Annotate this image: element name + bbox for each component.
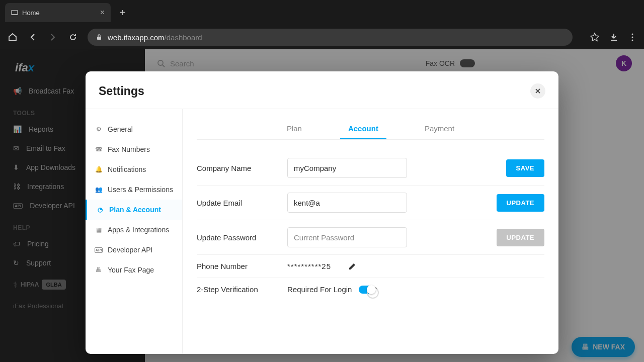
close-icon <box>534 87 541 95</box>
nav-bar: web.ifaxapp.com/dashboard <box>0 25 644 49</box>
printer-icon: 🖶 <box>95 266 103 274</box>
settings-nav-fax-numbers[interactable]: ☎Fax Numbers <box>86 139 182 159</box>
tab-bar: Home × + <box>0 0 644 25</box>
settings-nav-notifications[interactable]: 🔔Notifications <box>86 159 182 179</box>
svg-point-4 <box>632 37 633 38</box>
tab-payment[interactable]: Payment <box>417 119 462 139</box>
row-update-email: Update Email UPDATE <box>197 186 544 220</box>
back-icon[interactable] <box>27 32 38 43</box>
url-text: web.ifaxapp.com/dashboard <box>108 33 202 42</box>
home-icon[interactable] <box>7 32 18 43</box>
two-step-toggle[interactable] <box>359 286 375 294</box>
star-icon[interactable] <box>590 32 600 42</box>
settings-tabs: Plan Account Payment <box>197 119 544 140</box>
settings-modal: Settings ⚙General ☎Fax Numbers 🔔Notifica… <box>86 71 558 354</box>
nav-right <box>590 32 637 42</box>
lock-icon <box>96 34 103 41</box>
svg-point-3 <box>632 34 633 35</box>
clock-icon: ◔ <box>96 206 104 213</box>
settings-nav-fax-page[interactable]: 🖶Your Fax Page <box>86 260 182 280</box>
modal-overlay: Settings ⚙General ☎Fax Numbers 🔔Notifica… <box>0 49 644 362</box>
svg-rect-2 <box>97 37 101 40</box>
email-input[interactable] <box>287 193 407 213</box>
update-email-button[interactable]: UPDATE <box>497 194 544 212</box>
save-button[interactable]: SAVE <box>506 159 544 177</box>
forward-icon[interactable] <box>47 32 58 43</box>
phone-label: Phone Number <box>197 262 277 270</box>
reload-icon[interactable] <box>67 32 78 43</box>
tab-account[interactable]: Account <box>340 119 386 139</box>
gear-icon: ⚙ <box>95 126 103 133</box>
modal-header: Settings <box>86 71 558 109</box>
settings-sidebar: ⚙General ☎Fax Numbers 🔔Notifications 👥Us… <box>86 109 183 354</box>
modal-title: Settings <box>99 84 144 98</box>
browser-tab[interactable]: Home × <box>5 3 111 22</box>
download-icon[interactable] <box>609 32 619 42</box>
password-label: Update Password <box>197 233 277 242</box>
svg-rect-0 <box>12 11 18 15</box>
row-update-password: Update Password UPDATE <box>197 220 544 255</box>
svg-point-5 <box>632 40 633 41</box>
two-step-text: Required For Login <box>287 285 352 294</box>
phone-icon: ☎ <box>95 146 103 153</box>
browser-chrome: Home × + web.ifaxapp.com/dashboard <box>0 0 644 49</box>
settings-nav-apps[interactable]: ▦Apps & Integrations <box>86 220 182 240</box>
email-label: Update Email <box>197 199 277 207</box>
row-phone-number: Phone Number **********25 <box>197 255 544 278</box>
new-tab-button[interactable]: + <box>120 7 126 19</box>
settings-nav-plan-account[interactable]: ◔Plan & Account <box>86 200 182 220</box>
tab-plan[interactable]: Plan <box>279 119 310 139</box>
settings-nav-developer-api[interactable]: APIDeveloper API <box>86 240 182 260</box>
phone-masked-value: **********25 <box>287 262 331 270</box>
settings-content: Plan Account Payment Company Name SAVE U… <box>183 109 558 354</box>
bell-icon: 🔔 <box>95 166 103 173</box>
menu-icon[interactable] <box>628 33 637 42</box>
tab-favicon <box>11 9 18 16</box>
two-step-label: 2-Step Verification <box>197 285 277 294</box>
close-button[interactable] <box>530 83 545 99</box>
password-input[interactable] <box>287 227 407 247</box>
url-bar[interactable]: web.ifaxapp.com/dashboard <box>88 29 573 46</box>
users-icon: 👥 <box>95 186 103 193</box>
settings-nav-users[interactable]: 👥Users & Permissions <box>86 179 182 200</box>
edit-icon[interactable] <box>348 262 356 270</box>
api-icon: API <box>95 247 103 253</box>
close-icon[interactable]: × <box>100 8 105 17</box>
row-two-step: 2-Step Verification Required For Login <box>197 278 544 301</box>
modal-body: ⚙General ☎Fax Numbers 🔔Notifications 👥Us… <box>86 109 558 354</box>
grid-icon: ▦ <box>95 226 103 233</box>
row-company-name: Company Name SAVE <box>197 151 544 186</box>
tab-title: Home <box>22 9 40 17</box>
company-name-label: Company Name <box>197 164 277 172</box>
company-name-input[interactable] <box>287 158 407 178</box>
settings-nav-general[interactable]: ⚙General <box>86 119 182 139</box>
update-password-button[interactable]: UPDATE <box>497 229 544 246</box>
